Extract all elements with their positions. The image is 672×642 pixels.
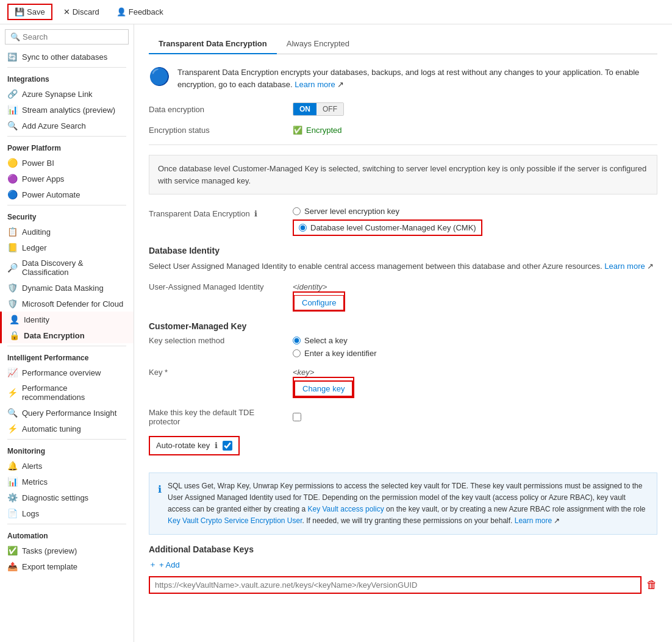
- sidebar-item-icon: ✅: [7, 546, 17, 555]
- sidebar-item-label: Automatic tuning: [22, 424, 81, 433]
- sidebar-item[interactable]: 🟡Power BI: [0, 155, 134, 171]
- sidebar-item-label: Alerts: [22, 462, 42, 471]
- sidebar-item-label: Microsoft Defender for Cloud: [22, 299, 123, 309]
- radio-server-level[interactable]: Server level encryption key: [293, 207, 482, 216]
- sidebar-item[interactable]: 🔔Alerts: [0, 458, 134, 474]
- sidebar-item-icon: 🔍: [7, 121, 17, 130]
- sidebar-item-icon: ⚡: [7, 424, 17, 433]
- sidebar-item[interactable]: ⚡Automatic tuning: [0, 421, 134, 437]
- sidebar-item[interactable]: 🔎Data Discovery & Classification: [0, 255, 134, 280]
- sidebar-item[interactable]: ✅Tasks (preview): [0, 543, 134, 558]
- sidebar-item-icon: 📈: [7, 368, 17, 377]
- check-icon: ✅: [293, 126, 302, 135]
- sidebar-item-label: Performance overview: [22, 368, 101, 377]
- sidebar-section-title: Integrations: [0, 70, 134, 86]
- sidebar-item[interactable]: 🛡️Dynamic Data Masking: [0, 280, 134, 296]
- sidebar-item[interactable]: 📒Ledger: [0, 240, 134, 255]
- tab-tde[interactable]: Transparent Data Encryption: [149, 34, 277, 54]
- tabs: Transparent Data Encryption Always Encry…: [149, 34, 657, 54]
- intro-text: Transparent Data Encryption encrypts you…: [177, 66, 657, 90]
- sidebar-item-icon: 🔔: [7, 461, 17, 471]
- sidebar-item-label: Performance recommendations: [22, 383, 126, 402]
- search-box[interactable]: 🔍: [5, 29, 129, 45]
- radio-select-key[interactable]: Select a key: [293, 336, 377, 345]
- sidebar-item[interactable]: 📤Export template: [0, 558, 134, 574]
- radio-enter-identifier[interactable]: Enter a key identifier: [293, 349, 377, 358]
- identity-label: User-Assigned Managed Identity: [149, 282, 283, 291]
- key-url-input[interactable]: [149, 576, 642, 594]
- toggle-on[interactable]: ON: [293, 103, 316, 115]
- sidebar-item[interactable]: 📈Performance overview: [0, 365, 134, 380]
- save-icon: 💾: [15, 7, 24, 16]
- search-icon: 🔍: [10, 32, 20, 41]
- learn-more-blue-note[interactable]: Learn more: [515, 516, 552, 525]
- learn-more-link-identity[interactable]: Learn more: [604, 262, 645, 271]
- toggle-control: ON OFF: [293, 102, 344, 116]
- encryption-status-value: ✅ Encrypted: [293, 126, 342, 135]
- sidebar-item-icon: 🔵: [7, 190, 17, 199]
- add-key-link[interactable]: ＋ + Add: [149, 559, 657, 570]
- tde-radio-row: Transparent Data Encryption ℹ Server lev…: [149, 207, 657, 236]
- sidebar-divider: [7, 67, 126, 68]
- sidebar-item[interactable]: 🔍Query Performance Insight: [0, 405, 134, 421]
- radio-cmk-input[interactable]: [299, 224, 307, 232]
- tab-always-encrypted[interactable]: Always Encrypted: [277, 34, 359, 54]
- sidebar-item[interactable]: 👤Identity: [0, 312, 134, 327]
- sidebar-section-title: Security: [0, 208, 134, 224]
- toggle-off[interactable]: OFF: [316, 103, 343, 115]
- cmk-section: Customer-Managed Key Key selection metho…: [149, 321, 657, 463]
- search-input[interactable]: [23, 32, 123, 41]
- tde-label: Transparent Data Encryption ℹ: [149, 207, 283, 218]
- sidebar-divider: [7, 439, 126, 440]
- sidebar-item-icon: 📊: [7, 105, 17, 115]
- sidebar-item[interactable]: 🔵Power Automate: [0, 187, 134, 202]
- discard-button[interactable]: ✕ Discard: [57, 5, 105, 19]
- sidebar-section-title: Monitoring: [0, 442, 134, 458]
- save-button[interactable]: 💾 Save: [7, 4, 52, 20]
- info-icon-tde: ℹ: [254, 209, 257, 218]
- auto-rotate-checkbox[interactable]: [223, 441, 232, 451]
- learn-more-link-intro[interactable]: Learn more: [295, 80, 335, 89]
- sidebar-item-label: Logs: [22, 509, 39, 518]
- db-identity-desc: Select User Assigned Managed Identity to…: [149, 260, 657, 273]
- sidebar-divider: [7, 136, 126, 137]
- sidebar-item[interactable]: 🔗Azure Synapse Link: [0, 86, 134, 102]
- discard-icon: ✕: [63, 7, 70, 16]
- key-control: <key> Change key: [293, 368, 354, 398]
- delete-key-button[interactable]: 🗑: [646, 579, 657, 591]
- key-vault-crypto-link[interactable]: Key Vault Crypto Service Encryption User: [168, 516, 302, 525]
- change-key-button[interactable]: Change key: [294, 380, 353, 397]
- sidebar-item[interactable]: ⚙️Diagnostic settings: [0, 490, 134, 505]
- radio-select-key-input[interactable]: [293, 337, 301, 344]
- sidebar-item[interactable]: 🟣Power Apps: [0, 171, 134, 187]
- radio-cmk-option[interactable]: Database level Customer-Managed Key (CMK…: [299, 223, 476, 232]
- sidebar-collapse[interactable]: 🔄 Sync to other databases: [0, 49, 134, 65]
- sidebar-item-icon: 👤: [9, 315, 19, 324]
- cmk-title: Customer-Managed Key: [149, 321, 657, 331]
- key-row: Key * <key> Change key: [149, 368, 657, 398]
- key-vault-access-policy-link[interactable]: Key Vault access policy: [307, 505, 384, 513]
- radio-server-input[interactable]: [293, 207, 301, 215]
- sidebar-item[interactable]: 📊Stream analytics (preview): [0, 102, 134, 118]
- tde-radio-group: Server level encryption key Database lev…: [293, 207, 482, 236]
- sidebar-item[interactable]: 🛡️Microsoft Defender for Cloud: [0, 296, 134, 312]
- key-method-row: Key selection method Select a key Enter …: [149, 336, 657, 358]
- toggle[interactable]: ON OFF: [293, 102, 344, 116]
- auto-rotate-info-icon: ℹ: [215, 441, 218, 450]
- sidebar-divider: [7, 205, 126, 205]
- feedback-icon: 👤: [116, 7, 126, 16]
- default-tde-checkbox[interactable]: [293, 413, 301, 421]
- sidebar-item[interactable]: 📋Auditing: [0, 224, 134, 240]
- sidebar-item[interactable]: 📄Logs: [0, 505, 134, 521]
- sidebar-item-label: Diagnostic settings: [22, 493, 88, 502]
- sidebar-item-icon: 🟣: [7, 174, 17, 184]
- configure-button[interactable]: Configure: [294, 295, 344, 310]
- feedback-button[interactable]: 👤 Feedback: [110, 5, 170, 19]
- sidebar-item[interactable]: 🔍Add Azure Search: [0, 118, 134, 134]
- sidebar-item[interactable]: 📊Metrics: [0, 474, 134, 490]
- sidebar-item-icon: 🔍: [7, 408, 17, 418]
- sidebar-item-label: Data Encryption: [24, 331, 85, 340]
- sidebar-item[interactable]: 🔒Data Encryption: [0, 327, 134, 343]
- radio-enter-identifier-input[interactable]: [293, 349, 301, 357]
- sidebar-item[interactable]: ⚡Performance recommendations: [0, 380, 134, 405]
